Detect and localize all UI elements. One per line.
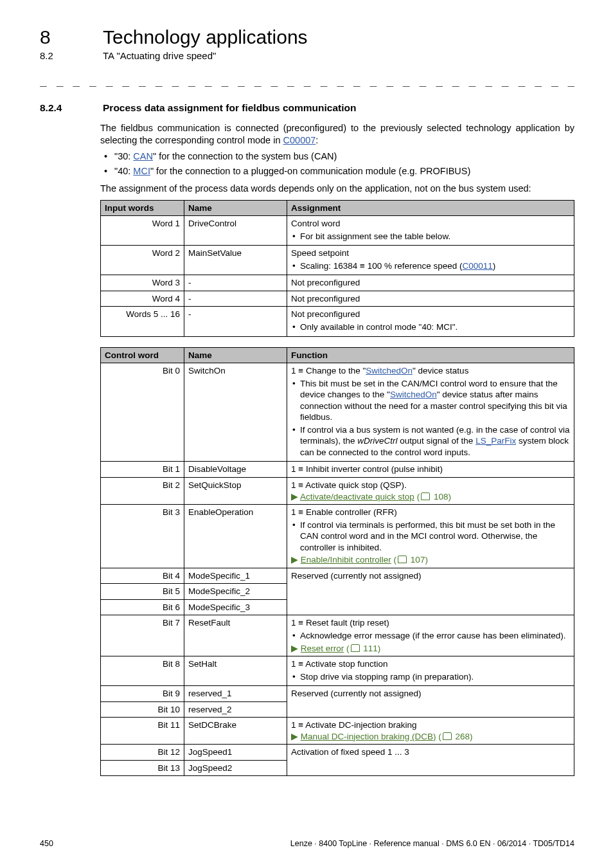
cell: ModeSpecific_3 <box>184 599 287 615</box>
cell: Not preconfigured <box>287 275 574 291</box>
link-can[interactable]: CAN <box>133 151 153 161</box>
cell: Not preconfigured Only available in cont… <box>287 307 574 336</box>
cell: Words 5 ... 16 <box>101 307 184 336</box>
cell: Bit 6 <box>101 599 184 615</box>
text: 1 ≡ Change to the " <box>291 366 366 375</box>
table-row: Bit 11 SetDCBrake 1 ≡ Activate DC-inject… <box>101 718 574 745</box>
table-row: Bit 8 SetHalt 1 ≡ Activate stop function… <box>101 656 574 686</box>
cell: JogSpeed1 <box>184 745 287 761</box>
cell: SetQuickStop <box>184 477 287 504</box>
cell: Not preconfigured <box>287 291 574 307</box>
col-header: Name <box>184 347 287 363</box>
link-switchedon[interactable]: SwitchedOn <box>390 390 437 399</box>
text: Acknowledge error message (if the error … <box>300 630 570 642</box>
control-word-table: Control word Name Function Bit 0 SwitchO… <box>100 347 574 777</box>
cell: reserved_2 <box>184 701 287 718</box>
cell: Word 2 <box>101 246 184 275</box>
table-row: Word 3 - Not preconfigured <box>101 275 574 291</box>
table-row: Word 4 - Not preconfigured <box>101 291 574 307</box>
cell: MainSetValue <box>184 246 287 275</box>
separator: _ _ _ _ _ _ _ _ _ _ _ _ _ _ _ _ _ _ _ _ … <box>40 73 574 87</box>
text: 1 ≡ Activate quick stop (QSP). <box>291 480 407 490</box>
crossref-link[interactable]: ▶ Enable/Inhibit controller ( 107) <box>291 555 428 565</box>
page-number: 450 <box>40 838 53 849</box>
cell: Bit 8 <box>101 656 184 686</box>
col-header: Name <box>184 200 287 216</box>
link-switchedon[interactable]: SwitchedOn <box>366 366 413 375</box>
page-footer: 450 Lenze · 8400 TopLine · Reference man… <box>40 838 574 849</box>
cell: Bit 5 <box>101 584 184 600</box>
crossref-link[interactable]: ▶ Activate/deactivate quick stop ( 108) <box>291 492 451 502</box>
col-header: Control word <box>101 347 184 363</box>
cell: - <box>184 291 287 307</box>
col-header: Input words <box>101 200 184 216</box>
cell: 1 ≡ Activate DC-injection braking ▶ Manu… <box>287 718 574 745</box>
cell: Bit 11 <box>101 718 184 745</box>
text: If control via terminals is performed, t… <box>300 520 570 554</box>
section-title: Process data assignment for fieldbus com… <box>103 102 356 114</box>
link-c00007[interactable]: C00007 <box>283 135 316 145</box>
text: 1 ≡ Activate stop function <box>291 659 387 669</box>
crossref-link[interactable]: ▶ Reset error ( 111) <box>291 644 380 653</box>
cell: Reserved (currently not assigned) <box>287 568 574 615</box>
cell: Word 3 <box>101 275 184 291</box>
text: " for the connection to a plugged-on com… <box>150 166 470 176</box>
section-number: 8.2.4 <box>40 102 100 114</box>
text: : <box>315 135 318 145</box>
cell: Word 1 <box>101 216 184 246</box>
text: " for the connection to the system bus (… <box>153 151 337 161</box>
section-body: The fieldbus communication is connected … <box>100 122 574 776</box>
text: 1 ≡ Activate DC-injection braking <box>291 720 416 730</box>
text: 1 ≡ Reset fault (trip reset) <box>291 618 389 628</box>
cell: 1 ≡ Inhibit inverter control (pulse inhi… <box>287 462 574 478</box>
bullet-can: "30: CAN" for the connection to the syst… <box>113 150 574 163</box>
text: "40: <box>114 166 133 176</box>
link-mci[interactable]: MCI <box>133 166 150 176</box>
cell: 1 ≡ Enable controller (RFR) If control v… <box>287 505 574 568</box>
col-header: Function <box>287 347 574 363</box>
text: Scaling: 16384 ≡ 100 % reference speed (… <box>300 260 570 272</box>
cell: Bit 4 <box>101 568 184 584</box>
text: ) <box>493 261 496 271</box>
text: Stop drive via stopping ramp (in prepara… <box>300 671 570 683</box>
table-row: Bit 3 EnableOperation 1 ≡ Enable control… <box>101 505 574 568</box>
cell: SetDCBrake <box>184 718 287 745</box>
cell: - <box>184 275 287 291</box>
text: Speed setpoint <box>291 248 349 258</box>
text: 1 ≡ Enable controller (RFR) <box>291 507 397 517</box>
text: wDriveCtrl <box>357 436 397 446</box>
cell: Bit 10 <box>101 701 184 718</box>
input-words-table: Input words Name Assignment Word 1 Drive… <box>100 200 574 337</box>
section-heading: 8.2.4 Process data assignment for fieldb… <box>40 102 574 114</box>
text: Only available in control mode "40: MCI"… <box>300 321 570 333</box>
cell: DisableVoltage <box>184 462 287 478</box>
link-c00011[interactable]: C00011 <box>463 261 493 271</box>
subchapter-title: TA "Actuating drive speed" <box>103 50 216 62</box>
cell: EnableOperation <box>184 505 287 568</box>
cell: DriveControl <box>184 216 287 246</box>
book-icon <box>350 644 361 653</box>
cell: Bit 3 <box>101 505 184 568</box>
crossref-link[interactable]: ▶ Manual DC-injection braking (DCB) ( 26… <box>291 732 473 741</box>
cell: ModeSpecific_1 <box>184 568 287 584</box>
cell: - <box>184 307 287 336</box>
cell: ResetFault <box>184 615 287 656</box>
subchapter-number: 8.2 <box>40 50 100 62</box>
table-row: Word 2 MainSetValue Speed setpoint Scali… <box>101 246 574 275</box>
cell: 1 ≡ Activate stop function Stop drive vi… <box>287 656 574 686</box>
intro-paragraph: The fieldbus communication is connected … <box>100 122 574 147</box>
text: "30: <box>114 151 133 161</box>
cell: SetHalt <box>184 656 287 686</box>
text: The fieldbus communication is connected … <box>100 123 574 145</box>
link-ls-parfix[interactable]: LS_ParFix <box>475 436 516 446</box>
chapter-title: Technology applications <box>103 24 308 50</box>
cell: ModeSpecific_2 <box>184 584 287 600</box>
table-row: Bit 2 SetQuickStop 1 ≡ Activate quick st… <box>101 477 574 504</box>
text: Scaling: 16384 ≡ 100 % reference speed ( <box>300 261 463 271</box>
cell: Bit 2 <box>101 477 184 504</box>
cell: reserved_1 <box>184 686 287 702</box>
table-row: Bit 12 JogSpeed1 Activation of fixed spe… <box>101 745 574 761</box>
table-row: Bit 7 ResetFault 1 ≡ Reset fault (trip r… <box>101 615 574 656</box>
cell: Speed setpoint Scaling: 16384 ≡ 100 % re… <box>287 246 574 275</box>
cell: Word 4 <box>101 291 184 307</box>
